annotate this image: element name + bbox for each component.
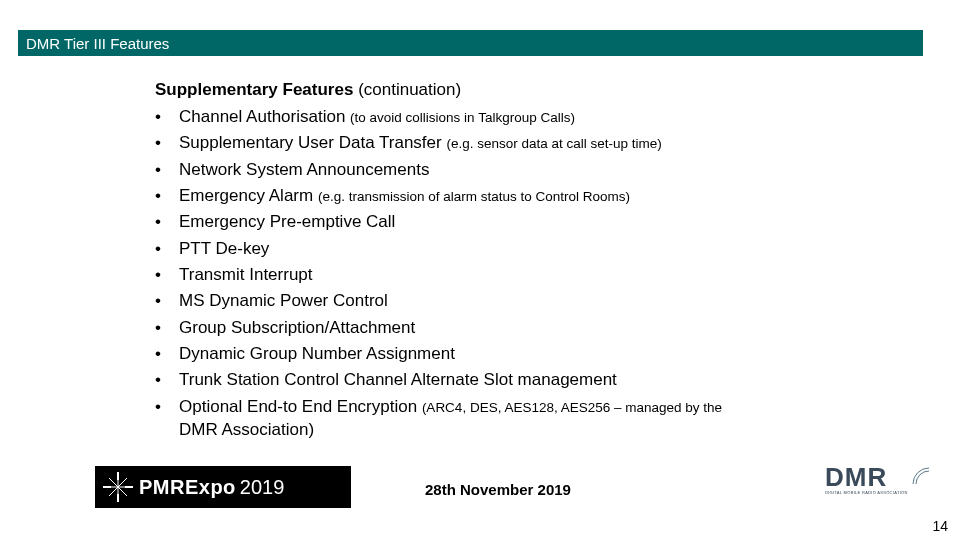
pmrexpo-logo: PMRExpo 2019: [95, 466, 351, 508]
list-item: •MS Dynamic Power Control: [155, 288, 925, 314]
bullet-dot-icon: •: [155, 183, 179, 209]
list-item-main: Transmit Interrupt: [179, 265, 313, 284]
pmr-logo-text-bold: PMRExpo: [139, 476, 236, 499]
list-item: •Dynamic Group Number Assignment: [155, 341, 925, 367]
bullet-dot-icon: •: [155, 157, 179, 183]
list-item: •Optional End-to End Encryption (ARC4, D…: [155, 394, 925, 420]
list-item: •Emergency Pre-emptive Call: [155, 209, 925, 235]
bullet-dot-icon: •: [155, 288, 179, 314]
list-item-main: PTT De-key: [179, 239, 269, 258]
list-item-text: Optional End-to End Encryption (ARC4, DE…: [179, 394, 925, 420]
list-item-text: Emergency Pre-emptive Call: [179, 209, 925, 235]
bullet-dot-icon: •: [155, 104, 179, 130]
list-item-main: Trunk Station Control Channel Alternate …: [179, 370, 617, 389]
list-item: •Emergency Alarm (e.g. transmission of a…: [155, 183, 925, 209]
list-item-main: Optional End-to End Encryption: [179, 397, 422, 416]
list-item-text: Dynamic Group Number Assignment: [179, 341, 925, 367]
list-item-text: Channel Authorisation (to avoid collisio…: [179, 104, 925, 130]
arc-icon: [911, 466, 931, 486]
list-item: •Network System Announcements: [155, 157, 925, 183]
bullet-dot-icon: •: [155, 341, 179, 367]
trailing-line: DMR Association): [179, 420, 925, 440]
list-item-main: Emergency Alarm: [179, 186, 318, 205]
header-bar: DMR Tier III Features: [18, 30, 923, 56]
footer: PMRExpo 2019 28th November 2019 DMR DIGI…: [0, 458, 960, 508]
content-area: Supplementary Features (continuation) •C…: [155, 80, 925, 440]
dmr-logo-small: DIGITAL MOBILE RADIO ASSOCIATION: [825, 490, 925, 495]
bullet-dot-icon: •: [155, 315, 179, 341]
list-item: •Supplementary User Data Transfer (e.g. …: [155, 130, 925, 156]
list-item: •Transmit Interrupt: [155, 262, 925, 288]
list-item-note: (e.g. sensor data at call set-up time): [446, 136, 661, 151]
list-item-note: (e.g. transmission of alarm status to Co…: [318, 189, 630, 204]
list-item-main: Emergency Pre-emptive Call: [179, 212, 395, 231]
footer-date: 28th November 2019: [425, 481, 571, 498]
list-item-text: Emergency Alarm (e.g. transmission of al…: [179, 183, 925, 209]
bullet-dot-icon: •: [155, 236, 179, 262]
spark-icon: [103, 472, 133, 502]
list-item: •PTT De-key: [155, 236, 925, 262]
header-title: DMR Tier III Features: [26, 35, 169, 52]
list-item-text: PTT De-key: [179, 236, 925, 262]
list-item-main: Dynamic Group Number Assignment: [179, 344, 455, 363]
list-item-main: Network System Announcements: [179, 160, 429, 179]
page-number: 14: [932, 518, 948, 534]
bullet-list: •Channel Authorisation (to avoid collisi…: [155, 104, 925, 420]
bullet-dot-icon: •: [155, 367, 179, 393]
dmr-logo-big: DMR: [825, 464, 925, 490]
heading-bold: Supplementary Features: [155, 80, 353, 99]
list-item-main: MS Dynamic Power Control: [179, 291, 388, 310]
heading-rest: (continuation): [353, 80, 461, 99]
bullet-dot-icon: •: [155, 130, 179, 156]
pmr-logo-text-year: 2019: [240, 476, 285, 499]
list-item-main: Channel Authorisation: [179, 107, 350, 126]
list-item-text: Group Subscription/Attachment: [179, 315, 925, 341]
list-item-note: (to avoid collisions in Talkgroup Calls): [350, 110, 575, 125]
list-item-text: Supplementary User Data Transfer (e.g. s…: [179, 130, 925, 156]
list-item: •Channel Authorisation (to avoid collisi…: [155, 104, 925, 130]
bullet-dot-icon: •: [155, 209, 179, 235]
list-item-text: Network System Announcements: [179, 157, 925, 183]
bullet-dot-icon: •: [155, 394, 179, 420]
list-item-text: MS Dynamic Power Control: [179, 288, 925, 314]
list-item-text: Trunk Station Control Channel Alternate …: [179, 367, 925, 393]
list-item-main: Supplementary User Data Transfer: [179, 133, 446, 152]
dmr-logo: DMR DIGITAL MOBILE RADIO ASSOCIATION: [825, 464, 925, 506]
list-item-text: Transmit Interrupt: [179, 262, 925, 288]
list-item-note: (ARC4, DES, AES128, AES256 – managed by …: [422, 400, 722, 415]
list-item: •Group Subscription/Attachment: [155, 315, 925, 341]
list-item-main: Group Subscription/Attachment: [179, 318, 415, 337]
bullet-dot-icon: •: [155, 262, 179, 288]
heading: Supplementary Features (continuation): [155, 80, 925, 100]
list-item: •Trunk Station Control Channel Alternate…: [155, 367, 925, 393]
